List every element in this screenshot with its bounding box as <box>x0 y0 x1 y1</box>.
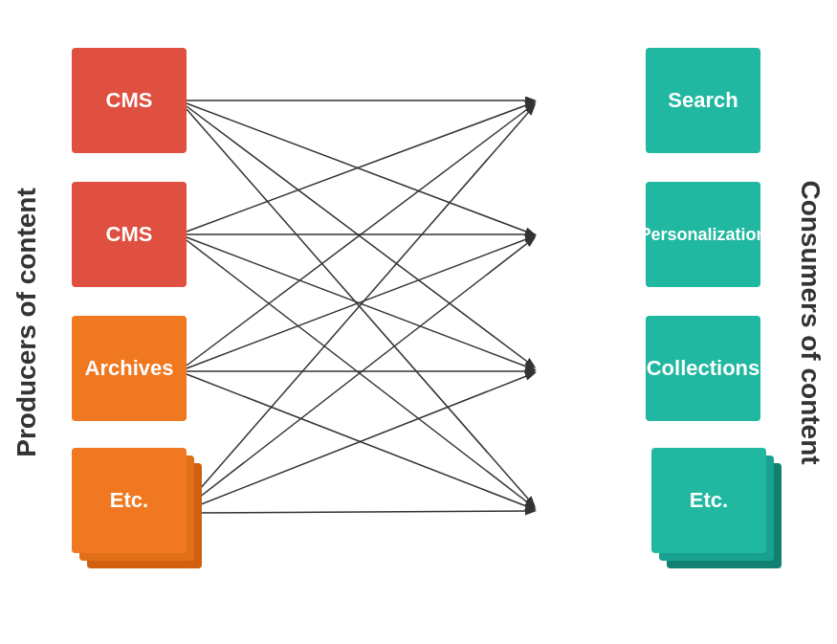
collections-label: Collections <box>647 356 760 381</box>
svg-line-7 <box>187 240 534 507</box>
svg-line-15 <box>187 511 534 513</box>
svg-line-12 <box>187 106 534 504</box>
consumers-label: Consumers of content <box>795 180 826 464</box>
svg-line-3 <box>187 109 534 505</box>
svg-line-4 <box>187 102 534 232</box>
etc-consumer-stack: Etc. <box>651 448 776 570</box>
archives-box: Archives <box>72 316 187 421</box>
personalization-label: Personalization <box>639 225 766 245</box>
cms2-box: CMS <box>72 182 187 287</box>
etc-producer-label: Etc. <box>110 488 148 513</box>
cms1-label: CMS <box>106 88 153 113</box>
svg-line-9 <box>187 236 534 368</box>
etc-consumer-label: Etc. <box>690 488 728 513</box>
producers-label: Producers of content <box>11 188 42 457</box>
svg-line-2 <box>187 106 534 366</box>
svg-line-11 <box>187 374 534 509</box>
svg-line-1 <box>187 103 534 234</box>
personalization-box: Personalization <box>646 182 760 287</box>
search-label: Search <box>668 88 738 113</box>
search-box: Search <box>646 48 760 153</box>
svg-line-13 <box>187 238 534 507</box>
collections-box: Collections <box>646 316 760 421</box>
etc-consumer-front: Etc. <box>651 448 766 553</box>
cms1-box: CMS <box>72 48 187 153</box>
diagram-container: Producers of content Consumers of conten… <box>0 0 837 644</box>
archives-label: Archives <box>85 356 174 381</box>
cms2-label: CMS <box>106 222 153 247</box>
svg-line-14 <box>187 373 534 510</box>
etc-producer-front: Etc. <box>72 448 187 553</box>
etc-producer-stack: Etc. <box>72 448 196 570</box>
svg-line-8 <box>187 104 534 366</box>
svg-line-6 <box>187 237 534 369</box>
